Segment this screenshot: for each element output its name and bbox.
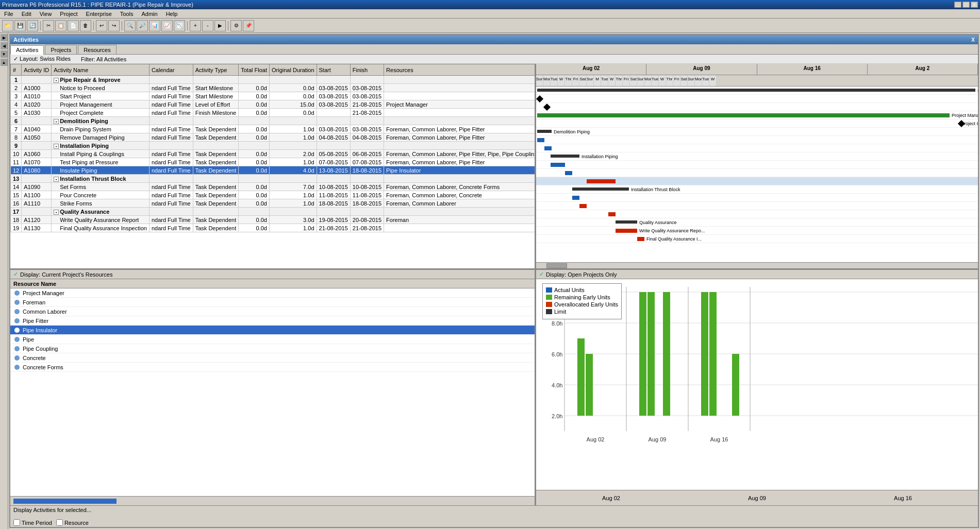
resource-list-item[interactable]: Pipe Coupling — [10, 344, 535, 353]
gantt-day-label: M — [594, 75, 601, 86]
menu-file[interactable]: File — [2, 10, 15, 18]
resource-list-item[interactable]: Pipe Fitter — [10, 316, 535, 326]
table-row[interactable]: 3A1010Start Projectndard Full TimeStart … — [11, 92, 537, 100]
toolbar-btn-8[interactable]: ↩ — [96, 20, 107, 31]
table-row[interactable]: 18A1120Write Quality Assurance Reportnda… — [11, 216, 537, 224]
close-btn[interactable]: X — [971, 2, 978, 8]
cell-start: 05-08-2015 — [317, 150, 350, 158]
table-row[interactable]: 9-Installation Piping — [11, 142, 537, 150]
task-bar-green — [537, 113, 950, 117]
table-row[interactable]: 12A1080Insulate Pipingndard Full TimeTas… — [11, 166, 537, 175]
toolbar-btn-2[interactable]: 💾 — [14, 20, 26, 31]
sidebar-icon-1[interactable]: ▶ — [1, 34, 8, 41]
check-time-period[interactable]: Time Period — [13, 519, 52, 526]
maximize-btn[interactable]: □ — [962, 2, 970, 8]
menu-enterprise[interactable]: Enterprise — [84, 10, 114, 18]
cell-finish: 03-08-2015 — [350, 84, 384, 92]
resource-list-item[interactable]: Concrete — [10, 353, 535, 363]
tab-activities[interactable]: Activities — [10, 45, 44, 55]
cell-start: 03-08-2015 — [317, 92, 350, 100]
cell-type: Task Dependent — [193, 191, 239, 199]
tab-projects[interactable]: Projects — [45, 45, 77, 54]
menu-tools[interactable]: Tools — [118, 10, 136, 18]
cell-id — [22, 208, 52, 216]
gantt-row: Quality Assurance — [536, 218, 978, 227]
table-row[interactable]: 2A1000Notice to Proceedndard Full TimeSt… — [11, 84, 537, 92]
menu-edit[interactable]: Edit — [20, 10, 34, 18]
filter-bar: ✓ Layout: Swiss Rides Filter: All Activi… — [10, 55, 978, 64]
table-row[interactable]: 17-Quality Assurance — [11, 208, 537, 216]
activity-table-container: # Activity ID Activity Name Calendar Act… — [10, 64, 536, 268]
table-row[interactable]: 14A1090Set Formsndard Full TimeTask Depe… — [11, 183, 537, 191]
toolbar-btn-16[interactable]: - — [202, 20, 213, 31]
sidebar-icon-2[interactable]: ◀ — [1, 42, 8, 49]
toolbar-btn-19[interactable]: 📌 — [243, 20, 254, 31]
table-row[interactable]: 1-Pipe Repair & Improve — [11, 76, 537, 84]
cell-res — [384, 208, 536, 216]
resource-list-item[interactable]: Concrete Forms — [10, 363, 535, 372]
resource-list-item[interactable]: Foreman — [10, 298, 535, 307]
cell-num: 6 — [11, 117, 22, 125]
resource-list-item[interactable]: Pipe Insulator — [10, 326, 535, 335]
sidebar-icon-3[interactable]: ▼ — [1, 50, 8, 58]
resource-list-item[interactable]: Common Laborer — [10, 307, 535, 316]
bar-aug09-mon — [639, 292, 646, 416]
gantt-hscroll-thumb[interactable] — [546, 263, 567, 268]
minimize-btn[interactable]: _ — [954, 2, 961, 8]
summary-bar — [616, 220, 637, 224]
menu-view[interactable]: View — [38, 10, 54, 18]
toolbar-btn-11[interactable]: 🔎 — [137, 20, 148, 31]
toolbar-btn-13[interactable]: 📈 — [161, 20, 173, 31]
table-row[interactable]: 8A1050Remove Damaged Pipingndard Full Ti… — [11, 133, 537, 142]
menu-project[interactable]: Project — [58, 10, 79, 18]
resource-list-item[interactable]: Project Manager — [10, 288, 535, 298]
table-row[interactable]: 5A1030Project Completendard Full TimeFin… — [11, 109, 537, 117]
check-resource-input[interactable] — [56, 519, 63, 526]
expand-icon[interactable]: - — [54, 210, 59, 215]
toolbar-btn-6[interactable]: 📄 — [68, 20, 79, 31]
table-row[interactable]: 13-Installation Thrust Block — [11, 175, 537, 183]
cell-res — [384, 224, 536, 232]
expand-icon[interactable]: - — [54, 177, 59, 182]
sidebar-icon-4[interactable]: ▲ — [1, 59, 8, 66]
check-resource[interactable]: Resource — [56, 519, 89, 526]
toolbar-btn-12[interactable]: 📊 — [149, 20, 160, 31]
toolbar-btn-1[interactable]: 📁 — [2, 20, 13, 31]
toolbar-btn-14[interactable]: 📉 — [174, 20, 185, 31]
table-row[interactable]: 6-Demolition Piping — [11, 117, 537, 125]
resource-chart-header-text: Display: Open Projects Only — [546, 271, 617, 278]
cell-num: 5 — [11, 109, 22, 117]
tab-resources[interactable]: Resources — [78, 45, 117, 54]
toolbar-btn-3[interactable]: 🔄 — [27, 20, 38, 31]
resource-list-item[interactable]: Pipe — [10, 335, 535, 344]
summary-bar — [537, 89, 975, 92]
x-label-2: Aug 09 — [748, 495, 766, 501]
toolbar-btn-10[interactable]: 🔍 — [124, 20, 136, 31]
table-row[interactable]: 7A1040Drain Piping Systemndard Full Time… — [11, 125, 537, 133]
check-time-period-input[interactable] — [13, 519, 20, 526]
expand-icon[interactable]: - — [54, 78, 59, 83]
table-row[interactable]: 19A1130Final Quality Assurance Inspectio… — [11, 224, 537, 232]
toolbar-btn-5[interactable]: 📋 — [55, 20, 67, 31]
toolbar-btn-18[interactable]: ⚙ — [230, 20, 242, 31]
table-row[interactable]: 15A1100Pour Concretendard Full TimeTask … — [11, 191, 537, 199]
toolbar-btn-15[interactable]: + — [190, 20, 201, 31]
toolbar-btn-9[interactable]: ↪ — [108, 20, 120, 31]
toolbar-btn-4[interactable]: ✂ — [43, 20, 54, 31]
gantt-day-label: W — [558, 75, 565, 86]
window-controls[interactable]: _ □ X — [954, 2, 978, 8]
table-row[interactable]: 4A1020Project Managementndard Full TimeL… — [11, 100, 537, 109]
table-row[interactable]: 16A1110Strike Formsndard Full TimeTask D… — [11, 199, 537, 208]
expand-icon[interactable]: - — [54, 144, 59, 149]
menu-help[interactable]: Help — [164, 10, 180, 18]
table-row[interactable]: 11A1070Test Piping at Pressurendard Full… — [11, 158, 537, 166]
gantt-day-label: Thr — [565, 75, 572, 86]
toolbar-btn-7[interactable]: 🗑 — [80, 20, 91, 31]
gantt-hscroll[interactable] — [536, 262, 978, 268]
menu-admin[interactable]: Admin — [139, 10, 159, 18]
expand-icon[interactable]: - — [54, 119, 59, 124]
panel-close-btn[interactable]: X — [971, 37, 975, 43]
table-row[interactable]: 10A1060Install Piping & Couplingsndard F… — [11, 150, 537, 158]
y-label-8: 8.0h — [552, 320, 562, 327]
toolbar-btn-17[interactable]: ▶ — [214, 20, 226, 31]
